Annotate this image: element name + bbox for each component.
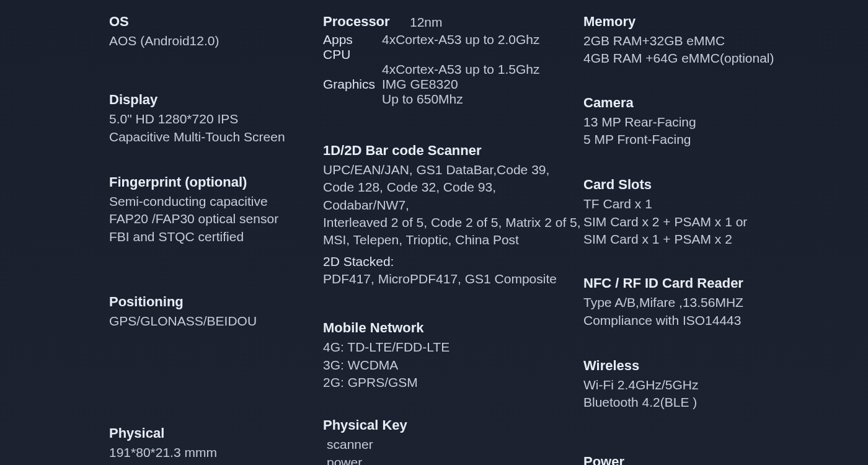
title-network: Mobile Network xyxy=(323,320,583,336)
column-1: OS AOS (Android12.0) Display 5.0" HD 128… xyxy=(109,14,323,465)
wireless-line: Wi-Fi 2.4GHz/5GHz xyxy=(583,376,831,394)
fingerprint-line: Semi-conducting capacitive xyxy=(109,193,323,210)
physical-line: 191*80*21.3 mmm xyxy=(109,444,323,461)
fingerprint-line: FAP20 /FAP30 optical sensor xyxy=(109,210,323,228)
processor-nm: 12nm xyxy=(410,14,443,32)
title-memory: Memory xyxy=(583,14,831,30)
title-fingerprint: Fingerprint (optional) xyxy=(109,174,323,190)
section-memory: Memory 2GB RAM+32GB eMMC 4GB RAM +64G eM… xyxy=(583,14,831,68)
section-nfc: NFC / RF ID Card Reader Type A/B,Mifare … xyxy=(583,275,831,329)
graphics-key: Graphics xyxy=(323,77,382,92)
graphics-line: IMG GE8320 xyxy=(382,77,458,92)
os-line: AOS (Android12.0) xyxy=(109,32,323,50)
camera-line: 5 MP Front-Facing xyxy=(583,131,831,148)
wireless-line: Bluetooth 4.2(BLE ) xyxy=(583,394,831,411)
network-line: 4G: TD-LTE/FDD-LTE xyxy=(323,339,583,356)
section-display: Display 5.0" HD 1280*720 IPS Capacitive … xyxy=(109,92,323,146)
barcode-line: Interleaved 2 of 5, Code 2 of 5, Matrix … xyxy=(323,214,583,231)
graphics-line: Up to 650Mhz xyxy=(382,92,583,107)
spec-columns: OS AOS (Android12.0) Display 5.0" HD 128… xyxy=(0,14,868,465)
section-processor: Processor 12nm Apps CPU 4xCortex-A53 up … xyxy=(323,14,583,107)
network-line: 3G: WCDMA xyxy=(323,356,583,374)
slots-line: SIM Card x 1 + PSAM x 2 xyxy=(583,231,831,248)
title-barcode: 1D/2D Bar code Scanner xyxy=(323,143,583,159)
slots-line: TF Card x 1 xyxy=(583,195,831,213)
section-wireless: Wireless Wi-Fi 2.4GHz/5GHz Bluetooth 4.2… xyxy=(583,358,831,412)
slots-line: SIM Card x 2 + PSAM x 1 or xyxy=(583,213,831,231)
key-line: power xyxy=(327,454,583,465)
section-camera: Camera 13 MP Rear-Facing 5 MP Front-Faci… xyxy=(583,95,831,149)
title-nfc: NFC / RF ID Card Reader xyxy=(583,275,831,291)
section-os: OS AOS (Android12.0) xyxy=(109,14,323,50)
apps-cpu-key: Apps CPU xyxy=(323,32,382,62)
display-line: 5.0" HD 1280*720 IPS xyxy=(109,110,323,128)
title-slots: Card Slots xyxy=(583,177,831,193)
title-display: Display xyxy=(109,92,323,108)
fingerprint-line: FBI and STQC certified xyxy=(109,228,323,246)
physical-line: 415g (including battery) xyxy=(109,462,323,465)
barcode-stacked-line: PDF417, MicroPDF417, GS1 Composite xyxy=(323,270,583,288)
title-camera: Camera xyxy=(583,95,831,111)
key-line: scanner xyxy=(327,436,583,453)
section-power: Power Battery: 3.8V/5000mAh Adapter: 5V/… xyxy=(583,454,831,465)
apps-cpu-line: 4xCortex-A53 up to 1.5Ghz xyxy=(382,62,583,77)
section-slots: Card Slots TF Card x 1 SIM Card x 2 + PS… xyxy=(583,177,831,248)
section-physical: Physical 191*80*21.3 mmm 415g (including… xyxy=(109,425,323,465)
section-fingerprint: Fingerprint (optional) Semi-conducting c… xyxy=(109,174,323,246)
title-processor: Processor xyxy=(323,14,410,30)
section-network: Mobile Network 4G: TD-LTE/FDD-LTE 3G: WC… xyxy=(323,320,583,391)
apps-cpu-line: 4xCortex-A53 up to 2.0Ghz xyxy=(382,32,539,62)
barcode-stacked-title: 2D Stacked: xyxy=(323,253,583,270)
column-2: Processor 12nm Apps CPU 4xCortex-A53 up … xyxy=(323,14,583,465)
column-3: Memory 2GB RAM+32GB eMMC 4GB RAM +64G eM… xyxy=(583,14,831,465)
title-power: Power xyxy=(583,454,831,465)
barcode-line: UPC/EAN/JAN, GS1 DataBar,Code 39, xyxy=(323,161,583,179)
title-wireless: Wireless xyxy=(583,358,831,374)
barcode-line: MSI, Telepen, Trioptic, China Post xyxy=(323,231,583,249)
memory-line: 2GB RAM+32GB eMMC xyxy=(583,32,831,50)
title-positioning: Positioning xyxy=(109,294,323,310)
camera-line: 13 MP Rear-Facing xyxy=(583,113,831,131)
section-barcode: 1D/2D Bar code Scanner UPC/EAN/JAN, GS1 … xyxy=(323,143,583,288)
memory-line: 4GB RAM +64G eMMC(optional) xyxy=(583,50,831,67)
title-os: OS xyxy=(109,14,323,30)
nfc-line: Compliance with ISO14443 xyxy=(583,312,831,329)
section-positioning: Positioning GPS/GLONASS/BEIDOU xyxy=(109,294,323,330)
network-line: 2G: GPRS/GSM xyxy=(323,374,583,391)
display-line: Capacitive Multi-Touch Screen xyxy=(109,128,323,146)
positioning-line: GPS/GLONASS/BEIDOU xyxy=(109,312,323,330)
section-keys: Physical Key scanner power volume+, volu… xyxy=(323,417,583,465)
title-keys: Physical Key xyxy=(323,417,583,433)
barcode-line: Code 128, Code 32, Code 93, Codabar/NW7, xyxy=(323,179,583,214)
title-physical: Physical xyxy=(109,425,323,441)
nfc-line: Type A/B,Mifare ,13.56MHZ xyxy=(583,294,831,311)
